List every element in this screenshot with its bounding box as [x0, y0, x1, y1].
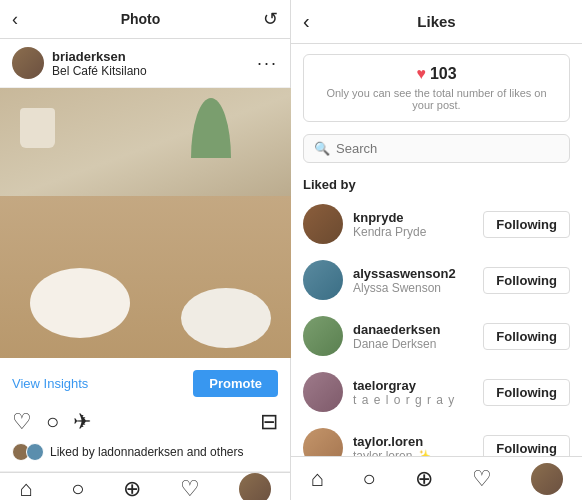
user-left: taelorgray t a e l o r g r a y	[303, 372, 455, 412]
search-input[interactable]	[336, 141, 559, 156]
bookmark-icon[interactable]: ⊟	[260, 409, 278, 435]
post-bottom-bar: View Insights Promote ♡ ○ ✈ ⊟ Liked by l…	[0, 358, 290, 472]
insights-promote-row: View Insights Promote	[12, 364, 278, 403]
liked-avatars	[12, 443, 44, 461]
search-bar[interactable]: 🔍	[303, 134, 570, 163]
right-back-icon[interactable]: ‹	[303, 10, 310, 33]
left-user-row: briaderksen Bel Café Kitsilano ···	[0, 39, 290, 88]
location: Bel Café Kitsilano	[52, 64, 147, 78]
photo-plant	[191, 98, 231, 158]
right-nav-add-icon[interactable]: ⊕	[415, 466, 433, 492]
username: briaderksen	[52, 49, 147, 64]
nav-profile-icon[interactable]	[239, 473, 271, 500]
photo-cup	[20, 108, 55, 148]
nav-search-icon[interactable]: ○	[71, 476, 84, 500]
following-button[interactable]: Following	[483, 435, 570, 457]
following-button[interactable]: Following	[483, 323, 570, 350]
user-fullname: Danae Derksen	[353, 337, 440, 351]
user-left: alyssaswenson2 Alyssa Swenson	[303, 260, 456, 300]
user-fullname: taylor loren ✨	[353, 449, 431, 457]
avatar	[303, 428, 343, 456]
avatar	[303, 204, 343, 244]
left-panel: ‹ Photo ↺ briaderksen Bel Café Kitsilano…	[0, 0, 291, 500]
photo-plate1	[30, 268, 130, 338]
back-icon[interactable]: ‹	[12, 9, 18, 30]
promote-button[interactable]: Promote	[193, 370, 278, 397]
user-handle: taelorgray	[353, 378, 455, 393]
list-item: knpryde Kendra Pryde Following	[291, 196, 582, 252]
user-fullname: Alyssa Swenson	[353, 281, 456, 295]
following-button[interactable]: Following	[483, 267, 570, 294]
left-user-info: briaderksen Bel Café Kitsilano	[12, 47, 147, 79]
avatar	[303, 372, 343, 412]
photo-plate2	[181, 288, 271, 348]
liked-by-label: Liked by	[291, 169, 582, 196]
users-list: knpryde Kendra Pryde Following alyssaswe…	[291, 196, 582, 456]
undo-icon[interactable]: ↺	[263, 8, 278, 30]
nav-home-icon[interactable]: ⌂	[19, 476, 32, 500]
right-nav-activity-icon[interactable]: ♡	[472, 466, 492, 492]
user-left: danaederksen Danae Derksen	[303, 316, 440, 356]
left-user-text: briaderksen Bel Café Kitsilano	[52, 49, 147, 78]
nav-add-icon[interactable]: ⊕	[123, 476, 141, 500]
left-bottom-nav: ⌂ ○ ⊕ ♡	[0, 472, 290, 500]
right-bottom-nav: ⌂ ○ ⊕ ♡	[291, 456, 582, 500]
comment-icon[interactable]: ○	[46, 409, 59, 435]
liked-by-row: Liked by ladonnaderksen and others	[12, 441, 278, 465]
user-handle: alyssaswenson2	[353, 266, 456, 281]
user-names: taylor.loren taylor loren ✨	[353, 434, 431, 457]
view-insights-button[interactable]: View Insights	[12, 376, 88, 391]
more-options-icon[interactable]: ···	[257, 53, 278, 74]
list-item: danaederksen Danae Derksen Following	[291, 308, 582, 364]
nav-activity-icon[interactable]: ♡	[180, 476, 200, 500]
left-header: ‹ Photo ↺	[0, 0, 290, 39]
search-icon: 🔍	[314, 141, 330, 156]
user-fullname: t a e l o r g r a y	[353, 393, 455, 407]
liked-by-text: Liked by ladonnaderksen and others	[50, 445, 243, 459]
likes-number: 103	[430, 65, 457, 83]
likes-note: Only you can see the total number of lik…	[316, 87, 557, 111]
user-left: knpryde Kendra Pryde	[303, 204, 426, 244]
post-photo	[0, 88, 291, 358]
right-nav-home-icon[interactable]: ⌂	[310, 466, 323, 492]
likes-heart-count: ♥ 103	[316, 65, 557, 83]
following-button[interactable]: Following	[483, 379, 570, 406]
action-icons-left: ♡ ○ ✈	[12, 409, 91, 435]
user-handle: knpryde	[353, 210, 426, 225]
user-names: taelorgray t a e l o r g r a y	[353, 378, 455, 407]
likes-count-box: ♥ 103 Only you can see the total number …	[303, 54, 570, 122]
avatar	[12, 47, 44, 79]
photo-background	[0, 88, 291, 358]
right-header-title: Likes	[417, 13, 455, 30]
heart-icon: ♥	[416, 65, 426, 83]
user-names: danaederksen Danae Derksen	[353, 322, 440, 351]
right-nav-search-icon[interactable]: ○	[363, 466, 376, 492]
like-icon[interactable]: ♡	[12, 409, 32, 435]
user-names: knpryde Kendra Pryde	[353, 210, 426, 239]
list-item: taylor.loren taylor loren ✨ Following	[291, 420, 582, 456]
following-button[interactable]: Following	[483, 211, 570, 238]
avatar	[303, 316, 343, 356]
list-item: taelorgray t a e l o r g r a y Following	[291, 364, 582, 420]
left-header-title: Photo	[121, 11, 161, 27]
action-row: ♡ ○ ✈ ⊟	[12, 403, 278, 441]
user-left: taylor.loren taylor loren ✨	[303, 428, 431, 456]
user-fullname: Kendra Pryde	[353, 225, 426, 239]
user-handle: taylor.loren	[353, 434, 431, 449]
avatar	[303, 260, 343, 300]
user-handle: danaederksen	[353, 322, 440, 337]
liked-avatar-2	[26, 443, 44, 461]
list-item: alyssaswenson2 Alyssa Swenson Following	[291, 252, 582, 308]
user-names: alyssaswenson2 Alyssa Swenson	[353, 266, 456, 295]
right-nav-profile-icon[interactable]	[531, 463, 563, 495]
right-panel: ‹ Likes ♥ 103 Only you can see the total…	[291, 0, 582, 500]
right-header: ‹ Likes	[291, 0, 582, 44]
share-icon[interactable]: ✈	[73, 409, 91, 435]
